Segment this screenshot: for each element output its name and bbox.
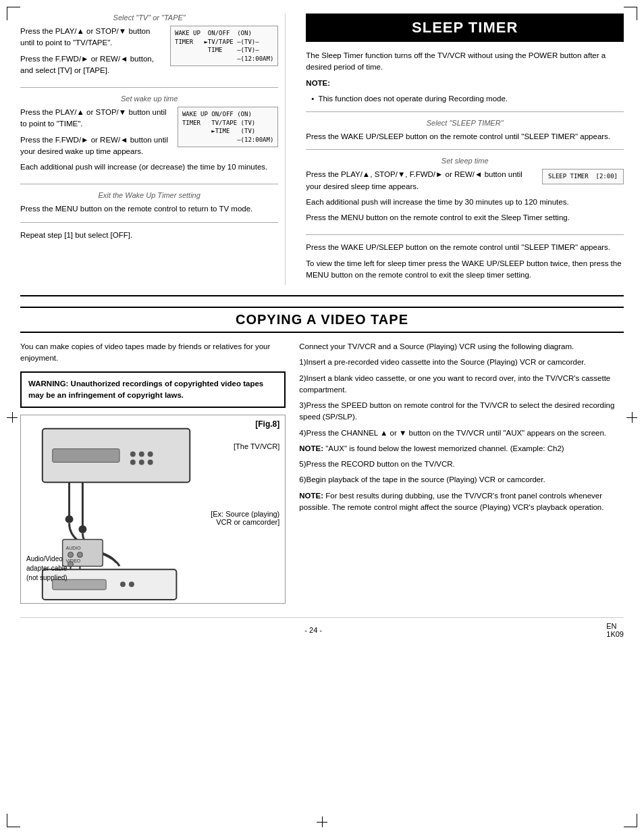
source-label: [Ex: Source (playing)VCR or camcorder] [211, 510, 279, 526]
select-sleep-text: Press the WAKE UP/SLEEP button on the re… [306, 131, 624, 142]
footer-right: EN 1K09 [606, 622, 624, 638]
copy-title: COPYING A VIDEO TAPE [20, 307, 624, 333]
set-wake-block: WAKE UP ON/OFF (ON) TIMER TV/TAPE (TV) ►… [20, 107, 278, 177]
svg-point-3 [139, 452, 144, 457]
audio-label: Audio/Videoadapter cable(not supplied) [26, 554, 68, 583]
svg-point-6 [139, 460, 144, 465]
exit-title: Exit the Wake Up Timer setting [20, 191, 278, 199]
vcr-label: [The TV/VCR] [234, 442, 279, 450]
set-sleep-block: SLEEP TIMER [2:00] Press the PLAY/▲, STO… [306, 169, 624, 228]
corner-mark-br [624, 814, 637, 827]
crosshair-right [626, 412, 637, 423]
cancel-text1: Press the WAKE UP/SLEEP button on the re… [306, 242, 624, 253]
step-6: 6)Begin playback of the tape in the sour… [299, 474, 624, 486]
copy-steps: 1)Insert a pre-recorded video cassette i… [299, 357, 624, 513]
page-footer: - 24 - EN 1K09 [20, 617, 624, 638]
fig-label: [Fig.8] [255, 419, 279, 429]
page: Select "TV" or "TAPE" WAKE UP ON/OFF (ON… [0, 0, 644, 834]
select-sleep-title: Select "SLEEP TIMER" [306, 119, 624, 127]
svg-point-2 [130, 452, 136, 457]
select-tv-block: WAKE UP ON/OFF (ON) TIMER ►TV/TAPE —(TV)… [20, 26, 278, 80]
warning-text: WARNING: Unauthorized recordings of copy… [28, 380, 263, 399]
step-note-2: NOTE: For best results during dubbing, u… [299, 490, 624, 514]
svg-text:AUDIO: AUDIO [66, 546, 82, 550]
svg-point-21 [129, 581, 134, 587]
note-1-text: "AUX" is found below the lowest memorize… [325, 444, 564, 452]
svg-point-11 [78, 525, 86, 533]
repeat-text: Repeat step [1] but select [OFF]. [20, 230, 278, 241]
sleep-divider-1 [306, 111, 624, 112]
set-sleep-title: Set sleep time [306, 157, 624, 165]
select-tv-title: Select "TV" or "TAPE" [20, 14, 278, 22]
step-5: 5)Press the RECORD button on the TV/VCR. [299, 459, 624, 470]
crosshair-left [7, 412, 18, 423]
divider-1 [20, 87, 278, 88]
corner-mark-tr [624, 7, 637, 20]
step-1: 1)Insert a pre-recorded video cassette i… [299, 357, 624, 368]
svg-rect-1 [53, 449, 119, 463]
exit-text: Press the MENU button on the remote cont… [20, 203, 278, 215]
svg-point-17 [68, 561, 74, 567]
top-section: Select "TV" or "TAPE" WAKE UP ON/OFF (ON… [20, 14, 624, 296]
lang-code: EN [606, 622, 616, 630]
set-sleep-text2: Each additional push will increase the t… [306, 197, 624, 208]
copy-right: Connect your TV/VCR and a Source (Playin… [299, 341, 624, 604]
page-number: - 24 - [304, 626, 322, 634]
corner-mark-tl [7, 7, 20, 20]
set-wake-title: Set wake up time [20, 95, 278, 103]
copy-left: You can make copies of video tapes made … [20, 341, 286, 604]
set-wake-text3: Each additional push will increase (or d… [20, 161, 278, 173]
copy-content: You can make copies of video tapes made … [20, 341, 624, 604]
sleep-note-label: NOTE: [306, 78, 624, 89]
copy-section: COPYING A VIDEO TAPE You can make copies… [20, 307, 624, 604]
wake-timer-section: Select "TV" or "TAPE" WAKE UP ON/OFF (ON… [20, 14, 286, 285]
sleep-diagram: SLEEP TIMER [2:00] [542, 169, 624, 184]
sleep-timer-title: SLEEP TIMER [306, 14, 624, 42]
svg-point-20 [120, 581, 126, 587]
svg-point-15 [77, 552, 82, 558]
copy-right-intro: Connect your TV/VCR and a Source (Playin… [299, 341, 624, 353]
set-sleep-text3: Press the MENU button on the remote cont… [306, 212, 624, 224]
warning-box: WARNING: Unauthorized recordings of copy… [20, 371, 286, 409]
wake-diagram-1: WAKE UP ON/OFF (ON) TIMER ►TV/TAPE —(TV)… [170, 26, 278, 66]
step-note-1: NOTE: "AUX" is found below the lowest me… [299, 443, 624, 454]
sleep-timer-section: SLEEP TIMER The Sleep Timer function tur… [299, 14, 624, 285]
copy-intro: You can make copies of video tapes made … [20, 341, 286, 365]
step-4: 4)Press the CHANNEL ▲ or ▼ button on the… [299, 427, 624, 439]
divider-3 [20, 222, 278, 223]
product-code: 1K09 [606, 630, 624, 638]
crosshair-bottom [317, 816, 327, 827]
note-2-text: For best results during dubbing, use the… [299, 492, 603, 511]
sleep-divider-2 [306, 149, 624, 150]
svg-point-4 [148, 452, 153, 457]
sleep-intro: The Sleep Timer function turns off the T… [306, 50, 624, 74]
wake-diagram-2: WAKE UP ON/OFF (ON) TIMER TV/TAPE (TV) ►… [178, 107, 278, 147]
step-3: 3)Press the SPEED button on remote contr… [299, 400, 624, 423]
divider-2 [20, 184, 278, 184]
sleep-note-bullet: This function does not operate during Re… [311, 93, 624, 105]
corner-mark-bl [7, 814, 20, 827]
svg-point-5 [130, 460, 136, 465]
svg-point-14 [68, 552, 74, 558]
vcr-diagram: [Fig.8] [The TV/VCR] [Ex: Source (playin… [20, 415, 286, 604]
note-label: NOTE: [306, 79, 330, 87]
svg-point-10 [65, 515, 74, 523]
step-2: 2)Insert a blank video cassette, or one … [299, 373, 624, 396]
svg-point-7 [148, 460, 153, 465]
sleep-divider-3 [306, 234, 624, 235]
cancel-text2: To view the time left for sleep timer pr… [306, 258, 624, 282]
